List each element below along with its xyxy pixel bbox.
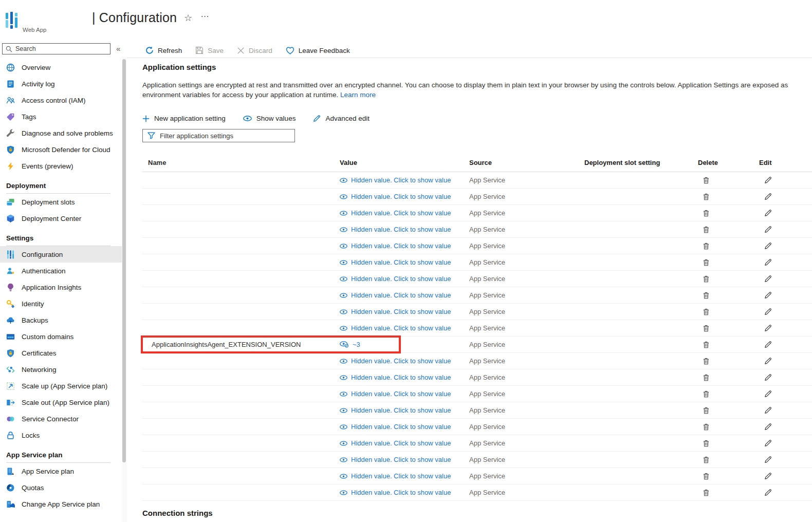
filter-input[interactable] (160, 132, 283, 140)
edit-button[interactable] (759, 324, 812, 332)
filter-box[interactable] (142, 129, 295, 142)
edit-button[interactable] (759, 193, 812, 200)
hidden-value-link[interactable]: Hidden value. Click to show value (340, 242, 469, 250)
sidebar-item-change-app-service-plan[interactable]: Change App Service plan (0, 496, 122, 512)
sidebar-item-authentication[interactable]: Authentication (0, 263, 122, 279)
edit-button[interactable] (759, 341, 812, 348)
hidden-value-link[interactable]: Hidden value. Click to show value (340, 209, 469, 217)
hidden-value-link[interactable]: Hidden value. Click to show value (340, 324, 469, 332)
edit-button[interactable] (759, 390, 812, 398)
delete-button[interactable] (698, 456, 759, 463)
sidebar-item-deployment-center[interactable]: Deployment Center (0, 210, 122, 227)
hidden-value-link[interactable]: Hidden value. Click to show value (340, 275, 469, 283)
delete-button[interactable] (698, 358, 759, 365)
more-options-icon[interactable]: … (200, 9, 210, 20)
sidebar-item-deployment-slots[interactable]: Deployment slots (0, 194, 122, 210)
edit-button[interactable] (759, 209, 812, 217)
sidebar-item-activity-log[interactable]: Activity log (0, 76, 122, 92)
delete-button[interactable] (698, 177, 759, 184)
sidebar-collapse-button[interactable]: « (116, 44, 120, 53)
delete-button[interactable] (698, 292, 759, 299)
sidebar-item-microsoft-defender-for-cloud[interactable]: Microsoft Defender for Cloud (0, 141, 122, 158)
sidebar-item-diagnose-and-solve-problems[interactable]: Diagnose and solve problems (0, 125, 122, 141)
delete-button[interactable] (698, 226, 759, 233)
refresh-button[interactable]: Refresh (145, 46, 182, 54)
advanced-edit-button[interactable]: Advanced edit (313, 115, 370, 122)
search-input[interactable] (15, 45, 98, 52)
sidebar-item-scale-up-app-service-plan-[interactable]: Scale up (App Service plan) (0, 378, 122, 394)
delete-button[interactable] (698, 193, 759, 200)
scrollbar-thumb[interactable] (122, 59, 126, 462)
sidebar-item-app-service-plan[interactable]: App Service plan (0, 463, 122, 479)
sidebar-item-certificates[interactable]: Certificates (0, 345, 122, 361)
sidebar-item-identity[interactable]: Identity (0, 295, 122, 312)
hidden-value-link[interactable]: Hidden value. Click to show value (340, 308, 469, 315)
sidebar-item-configuration[interactable]: Configuration (0, 246, 122, 263)
edit-button[interactable] (759, 226, 812, 233)
edit-button[interactable] (759, 357, 812, 365)
hidden-value-link[interactable]: Hidden value. Click to show value (340, 357, 469, 365)
delete-button[interactable] (698, 243, 759, 250)
delete-button[interactable] (698, 390, 759, 398)
delete-button[interactable] (698, 341, 759, 348)
sidebar-item-custom-domains[interactable]: wwwCustom domains (0, 328, 122, 345)
leave-feedback-button[interactable]: Leave Feedback (286, 47, 350, 54)
edit-button[interactable] (759, 242, 812, 250)
sidebar-item-service-connector[interactable]: Service Connector (0, 411, 122, 427)
hidden-value-link[interactable]: Hidden value. Click to show value (340, 472, 469, 480)
edit-button[interactable] (759, 456, 812, 463)
delete-button[interactable] (698, 374, 759, 381)
delete-button[interactable] (698, 259, 759, 266)
setting-value-link[interactable]: ~3 (340, 341, 469, 348)
edit-button[interactable] (759, 423, 812, 431)
edit-button[interactable] (759, 176, 812, 184)
delete-button[interactable] (698, 489, 759, 496)
learn-more-link[interactable]: Learn more (340, 91, 376, 99)
hidden-value-link[interactable]: Hidden value. Click to show value (340, 406, 469, 414)
hidden-value-link[interactable]: Hidden value. Click to show value (340, 423, 469, 431)
eye-icon (340, 474, 347, 479)
edit-button[interactable] (759, 489, 812, 496)
edit-button[interactable] (759, 406, 812, 414)
hidden-value-link[interactable]: Hidden value. Click to show value (340, 456, 469, 463)
favorite-star-icon[interactable]: ☆ (184, 12, 192, 24)
delete-button[interactable] (698, 325, 759, 332)
delete-button[interactable] (698, 210, 759, 217)
hidden-value-link[interactable]: Hidden value. Click to show value (340, 226, 469, 233)
hidden-value-link[interactable]: Hidden value. Click to show value (340, 390, 469, 398)
hidden-value-link[interactable]: Hidden value. Click to show value (340, 439, 469, 447)
sidebar-item-events-preview-[interactable]: Events (preview) (0, 158, 122, 174)
delete-button[interactable] (698, 308, 759, 315)
sidebar-item-networking[interactable]: Networking (0, 361, 122, 378)
delete-button[interactable] (698, 275, 759, 283)
edit-button[interactable] (759, 258, 812, 266)
edit-button[interactable] (759, 291, 812, 299)
delete-button[interactable] (698, 473, 759, 480)
hidden-value-link[interactable]: Hidden value. Click to show value (340, 258, 469, 266)
delete-button[interactable] (698, 440, 759, 447)
edit-button[interactable] (759, 308, 812, 315)
edit-button[interactable] (759, 275, 812, 283)
sidebar-item-application-insights[interactable]: Application Insights (0, 279, 122, 295)
sidebar-scrollbar[interactable] (122, 57, 127, 522)
edit-button[interactable] (759, 472, 812, 480)
sidebar-item-locks[interactable]: Locks (0, 427, 122, 443)
sidebar-item-overview[interactable]: Overview (0, 59, 122, 76)
sidebar-item-tags[interactable]: Tags (0, 108, 122, 125)
new-application-setting-button[interactable]: New application setting (142, 115, 226, 122)
delete-button[interactable] (698, 407, 759, 414)
hidden-value-link[interactable]: Hidden value. Click to show value (340, 374, 469, 381)
hidden-value-link[interactable]: Hidden value. Click to show value (340, 489, 469, 496)
show-values-button[interactable]: Show values (243, 115, 296, 122)
sidebar-item-access-control-iam-[interactable]: Access control (IAM) (0, 92, 122, 108)
hidden-value-link[interactable]: Hidden value. Click to show value (340, 291, 469, 299)
sidebar-item-quotas[interactable]: Quotas (0, 479, 122, 496)
delete-button[interactable] (698, 423, 759, 431)
sidebar-search[interactable] (2, 43, 110, 54)
hidden-value-link[interactable]: Hidden value. Click to show value (340, 176, 469, 184)
edit-button[interactable] (759, 439, 812, 447)
sidebar-item-scale-out-app-service-plan-[interactable]: Scale out (App Service plan) (0, 394, 122, 411)
edit-button[interactable] (759, 374, 812, 381)
hidden-value-link[interactable]: Hidden value. Click to show value (340, 193, 469, 200)
sidebar-item-backups[interactable]: Backups (0, 312, 122, 328)
